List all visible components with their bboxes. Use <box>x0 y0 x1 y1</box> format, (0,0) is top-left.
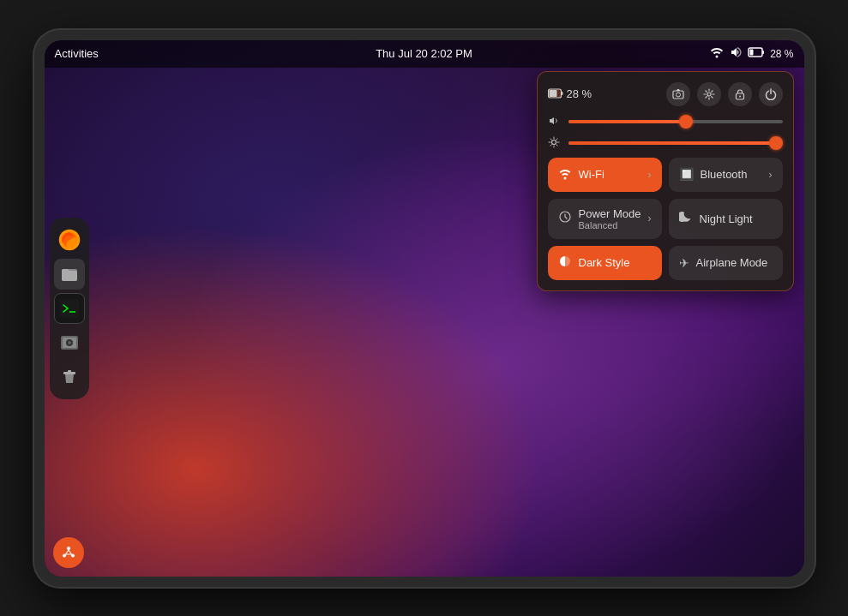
topbar-clock[interactable]: Thu Jul 20 2:02 PM <box>376 47 472 60</box>
battery-percent-qs: 28 % <box>567 87 592 100</box>
volume-slider[interactable] <box>568 120 783 123</box>
screenshot-button[interactable] <box>666 82 690 106</box>
power-mode-button[interactable]: Power Mode Balanced › <box>548 199 662 239</box>
lock-button[interactable] <box>728 82 752 106</box>
volume-slider-row <box>548 115 783 129</box>
dark-style-label: Dark Style <box>579 256 652 269</box>
qs-battery: 28 % <box>548 87 592 100</box>
svg-rect-7 <box>60 299 79 318</box>
wifi-label: Wi-Fi <box>579 168 641 181</box>
dock-icon-terminal[interactable] <box>54 293 85 324</box>
power-mode-label: Power Mode <box>579 207 641 220</box>
brightness-icon <box>548 136 562 151</box>
bluetooth-label: Bluetooth <box>701 168 762 181</box>
topbar: Activities Thu Jul 20 2:02 PM <box>45 40 804 68</box>
svg-point-31 <box>551 140 556 144</box>
screen: Activities Thu Jul 20 2:02 PM <box>45 40 804 577</box>
airplane-mode-icon: ✈ <box>679 256 689 270</box>
wifi-button[interactable]: Wi-Fi › <box>548 158 662 192</box>
power-mode-arrow: › <box>648 212 652 224</box>
night-light-icon <box>679 210 693 227</box>
svg-point-32 <box>563 176 566 179</box>
svg-point-17 <box>67 547 70 550</box>
wifi-button-icon <box>558 166 572 183</box>
airplane-mode-content: Airplane Mode <box>696 256 773 269</box>
dark-style-content: Dark Style <box>579 256 652 269</box>
power-mode-sub: Balanced <box>579 220 641 230</box>
volume-icon[interactable] <box>729 45 743 62</box>
dock-icon-trash[interactable] <box>54 362 85 392</box>
svg-point-30 <box>739 95 741 97</box>
svg-point-19 <box>71 553 75 557</box>
wifi-icon[interactable] <box>710 45 724 62</box>
power-mode-icon <box>558 210 572 227</box>
dock-icon-drive[interactable] <box>54 327 85 358</box>
bluetooth-button[interactable]: 🔲 Bluetooth › <box>669 158 783 192</box>
device-frame: Activities Thu Jul 20 2:02 PM <box>34 30 815 587</box>
svg-rect-3 <box>750 50 754 56</box>
svg-point-0 <box>716 56 719 58</box>
power-mode-content: Power Mode Balanced <box>579 207 641 230</box>
svg-rect-2 <box>762 51 764 54</box>
wifi-arrow: › <box>648 169 652 181</box>
power-button[interactable] <box>759 82 783 106</box>
wifi-button-content: Wi-Fi <box>579 168 641 181</box>
quick-settings-panel: 28 % <box>537 71 794 291</box>
activities-button[interactable]: Activities <box>55 47 99 60</box>
svg-point-18 <box>63 553 66 557</box>
brightness-slider-row <box>548 136 783 151</box>
svg-point-28 <box>707 93 711 96</box>
dark-style-icon <box>558 254 572 272</box>
volume-icon <box>548 115 562 129</box>
battery-icon[interactable] <box>748 45 765 62</box>
svg-rect-24 <box>549 90 556 97</box>
night-light-label: Night Light <box>700 212 773 225</box>
svg-rect-25 <box>561 92 562 95</box>
dark-style-button[interactable]: Dark Style <box>548 246 662 280</box>
bluetooth-icon: 🔲 <box>679 167 694 182</box>
dock <box>50 218 89 399</box>
svg-point-13 <box>69 342 69 343</box>
bluetooth-button-content: Bluetooth <box>701 168 762 181</box>
ubuntu-button[interactable] <box>53 537 84 568</box>
svg-rect-15 <box>68 370 71 373</box>
settings-button[interactable] <box>697 82 721 106</box>
battery-percent[interactable]: 28 % <box>770 48 793 60</box>
svg-point-27 <box>676 93 680 97</box>
night-light-content: Night Light <box>700 212 773 225</box>
svg-rect-26 <box>673 91 683 99</box>
airplane-mode-label: Airplane Mode <box>696 256 773 269</box>
qs-header-icons <box>666 82 783 106</box>
qs-buttons-grid: Wi-Fi › 🔲 Bluetooth › <box>548 158 783 280</box>
airplane-mode-button[interactable]: ✈ Airplane Mode <box>669 246 783 280</box>
bluetooth-arrow: › <box>769 169 773 181</box>
dock-icon-firefox[interactable] <box>54 224 85 255</box>
qs-header: 28 % <box>548 82 783 106</box>
night-light-button[interactable]: Night Light <box>669 199 783 239</box>
dock-icon-files[interactable] <box>54 259 85 290</box>
brightness-slider[interactable] <box>568 141 783 145</box>
topbar-indicators: 28 % <box>710 45 793 62</box>
